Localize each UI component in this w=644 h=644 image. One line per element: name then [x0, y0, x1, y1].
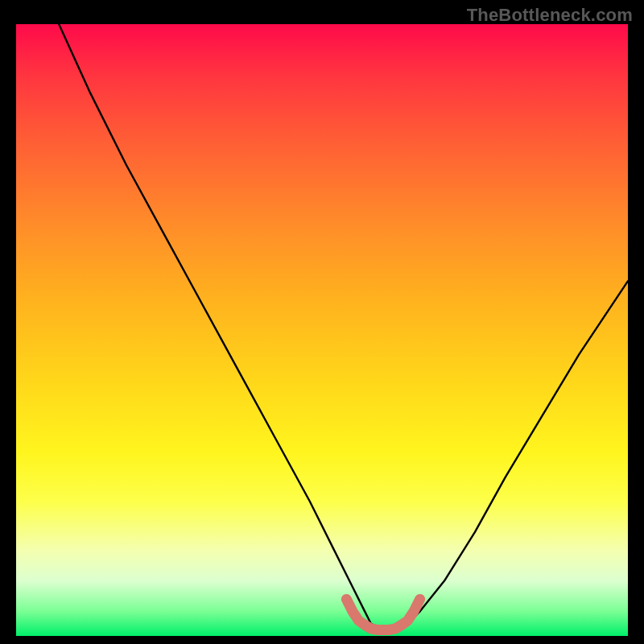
bottleneck-curve [59, 24, 628, 630]
chart-container: TheBottleneck.com [0, 0, 644, 644]
watermark-text: TheBottleneck.com [467, 5, 633, 26]
chart-svg [16, 24, 628, 636]
plot-area [16, 24, 628, 636]
optimal-band [346, 599, 419, 630]
